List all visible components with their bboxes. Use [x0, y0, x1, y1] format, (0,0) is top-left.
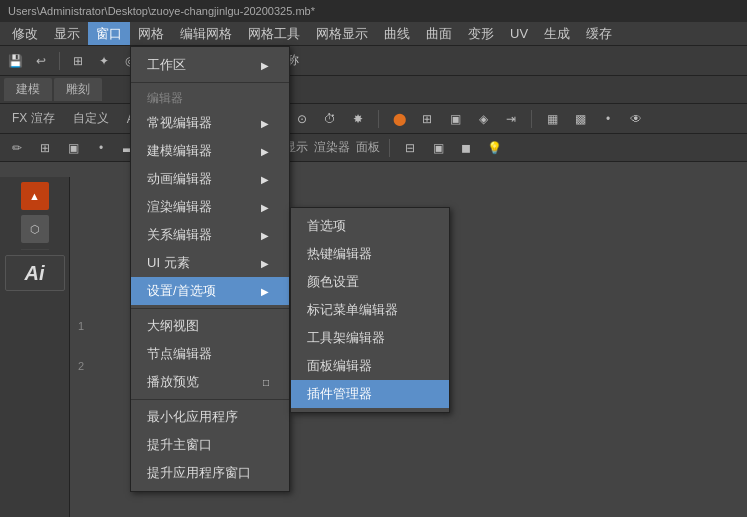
ui-elements-label: UI 元素 — [147, 254, 190, 272]
snap-icon[interactable]: ⊞ — [67, 50, 89, 72]
menu-item-raise-main[interactable]: 提升主窗口 — [131, 431, 289, 459]
tab-modeling[interactable]: 建模 — [4, 78, 52, 101]
menu-item-relationship-editor[interactable]: 关系编辑器 ▶ — [131, 221, 289, 249]
magnet-icon[interactable]: ✦ — [93, 50, 115, 72]
submenu-panel-editor[interactable]: 面板编辑器 — [291, 352, 449, 380]
diamond-icon[interactable]: ◈ — [472, 108, 494, 130]
dot-icon[interactable]: • — [597, 108, 619, 130]
sidebar-separator — [21, 249, 49, 250]
custom-tab[interactable]: 自定义 — [67, 108, 115, 130]
texture-icon[interactable]: ◼ — [455, 137, 477, 159]
menu-deform[interactable]: 变形 — [460, 22, 502, 45]
menu-cache[interactable]: 缓存 — [578, 22, 620, 45]
menu-item-minimize[interactable]: 最小化应用程序 — [131, 403, 289, 431]
panel-icon[interactable]: ▣ — [62, 137, 84, 159]
outline-label: 大纲视图 — [147, 317, 199, 335]
marking-menu-label: 标记菜单编辑器 — [307, 301, 398, 319]
common-editor-arrow: ▶ — [261, 118, 269, 129]
color-settings-label: 颜色设置 — [307, 273, 359, 291]
title-bar: Users\Administrator\Desktop\zuoye-changj… — [0, 0, 747, 22]
menu-item-settings[interactable]: 设置/首选项 ▶ — [131, 277, 289, 305]
menu-generate[interactable]: 生成 — [536, 22, 578, 45]
menu-window[interactable]: 窗口 — [88, 22, 130, 45]
scene-number-1: 1 — [78, 320, 84, 332]
grid2-icon[interactable]: ▦ — [541, 108, 563, 130]
modeling-editor-arrow: ▶ — [261, 146, 269, 157]
title-text: Users\Administrator\Desktop\zuoye-changj… — [8, 5, 315, 17]
menu-uv[interactable]: UV — [502, 22, 536, 45]
sidebar-icon-2[interactable]: ⬡ — [21, 215, 49, 243]
menu-item-ui-elements[interactable]: UI 元素 ▶ — [131, 249, 289, 277]
menu-item-outline[interactable]: 大纲视图 — [131, 312, 289, 340]
node-editor-label: 节点编辑器 — [147, 345, 212, 363]
menu-item-node-editor[interactable]: 节点编辑器 — [131, 340, 289, 368]
window-dropdown: 工作区 ▶ 编辑器 常视编辑器 ▶ 建模编辑器 ▶ 动画编辑器 ▶ 渲染编辑器 … — [130, 46, 450, 492]
menu-mesh-tools[interactable]: 网格工具 — [240, 22, 308, 45]
minimize-label: 最小化应用程序 — [147, 408, 238, 426]
animation-editor-arrow: ▶ — [261, 174, 269, 185]
raise-app-label: 提升应用程序窗口 — [147, 464, 251, 482]
separator-6 — [531, 110, 532, 128]
plugin-manager-label: 插件管理器 — [307, 385, 372, 403]
submenu-marking-menu[interactable]: 标记菜单编辑器 — [291, 296, 449, 324]
relationship-editor-label: 关系编辑器 — [147, 226, 212, 244]
separator-3 — [131, 399, 289, 400]
menu-surfaces[interactable]: 曲面 — [418, 22, 460, 45]
menu-item-common-editor[interactable]: 常视编辑器 ▶ — [131, 109, 289, 137]
editors-section-label: 编辑器 — [131, 86, 289, 109]
settings-label: 设置/首选项 — [147, 282, 216, 300]
hotkey-editor-label: 热键编辑器 — [307, 245, 372, 263]
submenu-color-settings[interactable]: 颜色设置 — [291, 268, 449, 296]
menu-item-workspace[interactable]: 工作区 ▶ — [131, 51, 289, 79]
menu-item-playback[interactable]: 播放预览 □ — [131, 368, 289, 396]
dot2-icon[interactable]: • — [90, 137, 112, 159]
light-icon[interactable]: 💡 — [483, 137, 505, 159]
panel-editor-label: 面板编辑器 — [307, 357, 372, 375]
separator-editors — [131, 82, 289, 83]
raise-main-label: 提升主窗口 — [147, 436, 212, 454]
separator-1 — [59, 52, 60, 70]
menu-mesh[interactable]: 网格 — [130, 22, 172, 45]
menu-bar: 修改 显示 窗口 网格 编辑网格 网格工具 网格显示 曲线 曲面 变形 UV 生… — [0, 22, 747, 46]
menu-item-rendering-editor[interactable]: 渲染编辑器 ▶ — [131, 193, 289, 221]
menu-edit-mesh[interactable]: 编辑网格 — [172, 22, 240, 45]
scene-number-2: 2 — [78, 360, 84, 372]
arrow-icon[interactable]: ⇥ — [500, 108, 522, 130]
settings-submenu: 首选项 热键编辑器 颜色设置 标记菜单编辑器 工具架编辑器 面板编辑器 插件管理… — [290, 207, 450, 413]
menu-item-animation-editor[interactable]: 动画编辑器 ▶ — [131, 165, 289, 193]
grid-view-icon[interactable]: ⊞ — [34, 137, 56, 159]
sidebar-icon-1[interactable]: ▲ — [21, 182, 49, 210]
ai-text: Ai — [25, 262, 45, 285]
preferences-label: 首选项 — [307, 217, 346, 235]
animation-editor-label: 动画编辑器 — [147, 170, 212, 188]
save-icon[interactable]: 💾 — [4, 50, 26, 72]
separator-2 — [131, 308, 289, 309]
common-editor-label: 常视编辑器 — [147, 114, 212, 132]
ai-label-area: Ai — [5, 255, 65, 291]
ui-elements-arrow: ▶ — [261, 258, 269, 269]
undo-icon[interactable]: ↩ — [30, 50, 52, 72]
menu-mesh-display[interactable]: 网格显示 — [308, 22, 376, 45]
menu-item-raise-app[interactable]: 提升应用程序窗口 — [131, 459, 289, 487]
rendering-editor-arrow: ▶ — [261, 202, 269, 213]
eye-icon[interactable]: 👁 — [625, 108, 647, 130]
relationship-editor-arrow: ▶ — [261, 230, 269, 241]
submenu-preferences[interactable]: 首选项 — [291, 212, 449, 240]
playback-checkbox: □ — [263, 377, 269, 388]
menu-display[interactable]: 显示 — [46, 22, 88, 45]
playback-label: 播放预览 — [147, 373, 199, 391]
left-sidebar: ▲ ⬡ Ai — [0, 177, 70, 517]
window-menu: 工作区 ▶ 编辑器 常视编辑器 ▶ 建模编辑器 ▶ 动画编辑器 ▶ 渲染编辑器 … — [130, 46, 290, 492]
menu-modify[interactable]: 修改 — [4, 22, 46, 45]
menu-curves[interactable]: 曲线 — [376, 22, 418, 45]
grid3-icon[interactable]: ▩ — [569, 108, 591, 130]
submenu-hotkey-editor[interactable]: 热键编辑器 — [291, 240, 449, 268]
rendering-editor-label: 渲染编辑器 — [147, 198, 212, 216]
submenu-plugin-manager[interactable]: 插件管理器 — [291, 380, 449, 408]
fx-cache-tab[interactable]: FX 渲存 — [6, 108, 61, 130]
submenu-shelf-editor[interactable]: 工具架编辑器 — [291, 324, 449, 352]
workspace-arrow: ▶ — [261, 60, 269, 71]
menu-item-modeling-editor[interactable]: 建模编辑器 ▶ — [131, 137, 289, 165]
pencil-icon[interactable]: ✏ — [6, 137, 28, 159]
tab-sculpt[interactable]: 雕刻 — [54, 78, 102, 101]
